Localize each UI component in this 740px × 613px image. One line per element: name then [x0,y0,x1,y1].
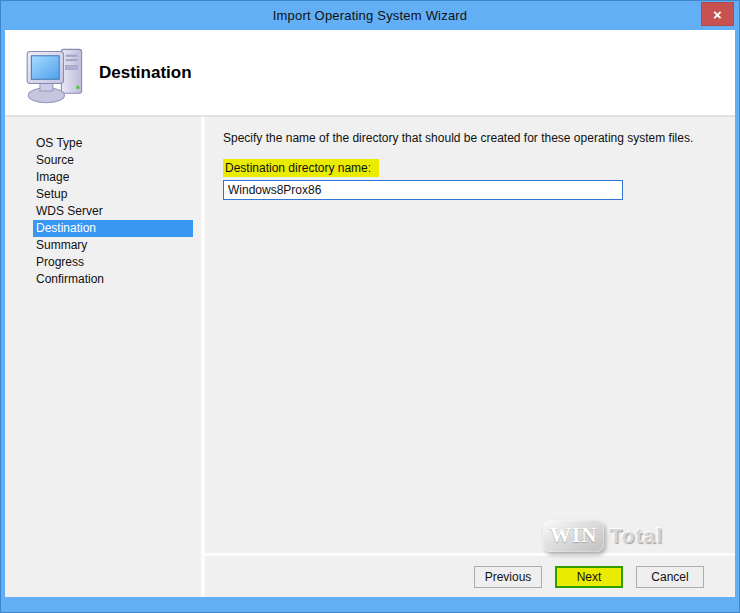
instruction-text: Specify the name of the directory that s… [223,131,715,145]
sidebar-item-summary[interactable]: Summary [33,237,193,254]
cancel-button[interactable]: Cancel [636,566,704,588]
wintotal-watermark: WIN Total [543,520,663,552]
sidebar-item-wds-server[interactable]: WDS Server [33,203,193,220]
sidebar-item-image[interactable]: Image [33,169,193,186]
page-title: Destination [99,63,192,83]
sidebar-item-source[interactable]: Source [33,152,193,169]
destination-directory-input[interactable] [223,180,623,200]
wintotal-logo-badge: WIN [543,520,604,552]
right-column: Specify the name of the directory that s… [205,117,735,597]
sidebar-item-confirmation[interactable]: Confirmation [33,271,193,288]
close-button[interactable]: × [701,2,734,26]
sidebar-item-progress[interactable]: Progress [33,254,193,271]
window-title: Import Operating System Wizard [273,8,468,23]
title-bar: Import Operating System Wizard × [5,0,735,30]
close-icon: × [713,6,722,23]
wizard-window: Import Operating System Wizard × [0,0,740,613]
wizard-header: Destination [5,30,735,115]
computer-icon [25,45,87,105]
sidebar-item-destination[interactable]: Destination [33,220,193,237]
content-area: OS Type Source Image Setup WDS Server De… [5,117,735,597]
sidebar-item-setup[interactable]: Setup [33,186,193,203]
sidebar-item-os-type[interactable]: OS Type [33,135,193,152]
next-button[interactable]: Next [555,566,623,588]
destination-directory-label: Destination directory name: [223,159,379,177]
wizard-steps-sidebar: OS Type Source Image Setup WDS Server De… [5,117,201,597]
wintotal-logo-text: Total [609,524,663,548]
main-panel: Specify the name of the directory that s… [205,117,735,553]
button-bar: Previous Next Cancel [205,556,735,597]
previous-button[interactable]: Previous [474,566,542,588]
client-area: Destination OS Type Source Image Setup W… [5,30,735,597]
